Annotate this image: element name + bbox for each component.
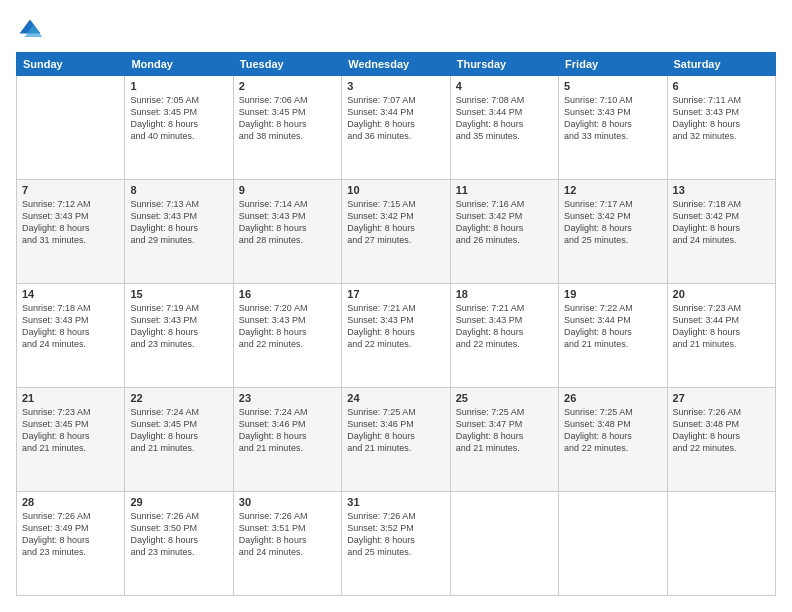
day-number: 2 bbox=[239, 80, 336, 92]
day-info: Sunrise: 7:08 AM Sunset: 3:44 PM Dayligh… bbox=[456, 94, 553, 143]
calendar-table: SundayMondayTuesdayWednesdayThursdayFrid… bbox=[16, 52, 776, 596]
day-number: 12 bbox=[564, 184, 661, 196]
day-number: 20 bbox=[673, 288, 770, 300]
calendar-cell: 27Sunrise: 7:26 AM Sunset: 3:48 PM Dayli… bbox=[667, 388, 775, 492]
day-info: Sunrise: 7:13 AM Sunset: 3:43 PM Dayligh… bbox=[130, 198, 227, 247]
calendar-cell: 6Sunrise: 7:11 AM Sunset: 3:43 PM Daylig… bbox=[667, 76, 775, 180]
day-header-tuesday: Tuesday bbox=[233, 53, 341, 76]
calendar-cell: 12Sunrise: 7:17 AM Sunset: 3:42 PM Dayli… bbox=[559, 180, 667, 284]
calendar-body: 1Sunrise: 7:05 AM Sunset: 3:45 PM Daylig… bbox=[17, 76, 776, 596]
calendar-cell bbox=[559, 492, 667, 596]
day-number: 14 bbox=[22, 288, 119, 300]
calendar-cell: 31Sunrise: 7:26 AM Sunset: 3:52 PM Dayli… bbox=[342, 492, 450, 596]
day-number: 27 bbox=[673, 392, 770, 404]
day-number: 17 bbox=[347, 288, 444, 300]
calendar-cell: 1Sunrise: 7:05 AM Sunset: 3:45 PM Daylig… bbox=[125, 76, 233, 180]
day-info: Sunrise: 7:26 AM Sunset: 3:48 PM Dayligh… bbox=[673, 406, 770, 455]
day-info: Sunrise: 7:11 AM Sunset: 3:43 PM Dayligh… bbox=[673, 94, 770, 143]
day-info: Sunrise: 7:23 AM Sunset: 3:45 PM Dayligh… bbox=[22, 406, 119, 455]
day-number: 16 bbox=[239, 288, 336, 300]
page: SundayMondayTuesdayWednesdayThursdayFrid… bbox=[0, 0, 792, 612]
day-number: 21 bbox=[22, 392, 119, 404]
day-info: Sunrise: 7:24 AM Sunset: 3:45 PM Dayligh… bbox=[130, 406, 227, 455]
day-number: 5 bbox=[564, 80, 661, 92]
day-number: 10 bbox=[347, 184, 444, 196]
day-header-thursday: Thursday bbox=[450, 53, 558, 76]
day-info: Sunrise: 7:17 AM Sunset: 3:42 PM Dayligh… bbox=[564, 198, 661, 247]
week-row-5: 28Sunrise: 7:26 AM Sunset: 3:49 PM Dayli… bbox=[17, 492, 776, 596]
calendar-cell: 4Sunrise: 7:08 AM Sunset: 3:44 PM Daylig… bbox=[450, 76, 558, 180]
calendar-cell bbox=[667, 492, 775, 596]
calendar-cell: 24Sunrise: 7:25 AM Sunset: 3:46 PM Dayli… bbox=[342, 388, 450, 492]
day-info: Sunrise: 7:12 AM Sunset: 3:43 PM Dayligh… bbox=[22, 198, 119, 247]
calendar-cell: 8Sunrise: 7:13 AM Sunset: 3:43 PM Daylig… bbox=[125, 180, 233, 284]
day-info: Sunrise: 7:22 AM Sunset: 3:44 PM Dayligh… bbox=[564, 302, 661, 351]
day-info: Sunrise: 7:14 AM Sunset: 3:43 PM Dayligh… bbox=[239, 198, 336, 247]
calendar-cell bbox=[17, 76, 125, 180]
day-info: Sunrise: 7:26 AM Sunset: 3:51 PM Dayligh… bbox=[239, 510, 336, 559]
day-info: Sunrise: 7:07 AM Sunset: 3:44 PM Dayligh… bbox=[347, 94, 444, 143]
day-info: Sunrise: 7:05 AM Sunset: 3:45 PM Dayligh… bbox=[130, 94, 227, 143]
calendar-cell: 21Sunrise: 7:23 AM Sunset: 3:45 PM Dayli… bbox=[17, 388, 125, 492]
day-header-monday: Monday bbox=[125, 53, 233, 76]
day-number: 13 bbox=[673, 184, 770, 196]
day-number: 15 bbox=[130, 288, 227, 300]
day-info: Sunrise: 7:25 AM Sunset: 3:47 PM Dayligh… bbox=[456, 406, 553, 455]
day-info: Sunrise: 7:26 AM Sunset: 3:50 PM Dayligh… bbox=[130, 510, 227, 559]
calendar-header-row: SundayMondayTuesdayWednesdayThursdayFrid… bbox=[17, 53, 776, 76]
day-info: Sunrise: 7:19 AM Sunset: 3:43 PM Dayligh… bbox=[130, 302, 227, 351]
day-header-wednesday: Wednesday bbox=[342, 53, 450, 76]
day-number: 6 bbox=[673, 80, 770, 92]
calendar-cell: 16Sunrise: 7:20 AM Sunset: 3:43 PM Dayli… bbox=[233, 284, 341, 388]
day-header-saturday: Saturday bbox=[667, 53, 775, 76]
day-info: Sunrise: 7:06 AM Sunset: 3:45 PM Dayligh… bbox=[239, 94, 336, 143]
calendar-cell: 15Sunrise: 7:19 AM Sunset: 3:43 PM Dayli… bbox=[125, 284, 233, 388]
day-info: Sunrise: 7:25 AM Sunset: 3:46 PM Dayligh… bbox=[347, 406, 444, 455]
day-info: Sunrise: 7:26 AM Sunset: 3:52 PM Dayligh… bbox=[347, 510, 444, 559]
day-number: 29 bbox=[130, 496, 227, 508]
header bbox=[16, 16, 776, 44]
day-number: 24 bbox=[347, 392, 444, 404]
calendar-cell: 26Sunrise: 7:25 AM Sunset: 3:48 PM Dayli… bbox=[559, 388, 667, 492]
day-number: 7 bbox=[22, 184, 119, 196]
calendar-cell: 20Sunrise: 7:23 AM Sunset: 3:44 PM Dayli… bbox=[667, 284, 775, 388]
day-info: Sunrise: 7:26 AM Sunset: 3:49 PM Dayligh… bbox=[22, 510, 119, 559]
day-number: 19 bbox=[564, 288, 661, 300]
day-number: 11 bbox=[456, 184, 553, 196]
day-info: Sunrise: 7:25 AM Sunset: 3:48 PM Dayligh… bbox=[564, 406, 661, 455]
calendar-cell: 30Sunrise: 7:26 AM Sunset: 3:51 PM Dayli… bbox=[233, 492, 341, 596]
day-number: 28 bbox=[22, 496, 119, 508]
week-row-2: 7Sunrise: 7:12 AM Sunset: 3:43 PM Daylig… bbox=[17, 180, 776, 284]
calendar-cell: 19Sunrise: 7:22 AM Sunset: 3:44 PM Dayli… bbox=[559, 284, 667, 388]
day-number: 31 bbox=[347, 496, 444, 508]
calendar-cell: 10Sunrise: 7:15 AM Sunset: 3:42 PM Dayli… bbox=[342, 180, 450, 284]
day-info: Sunrise: 7:21 AM Sunset: 3:43 PM Dayligh… bbox=[347, 302, 444, 351]
calendar-cell: 28Sunrise: 7:26 AM Sunset: 3:49 PM Dayli… bbox=[17, 492, 125, 596]
calendar-cell: 5Sunrise: 7:10 AM Sunset: 3:43 PM Daylig… bbox=[559, 76, 667, 180]
day-number: 25 bbox=[456, 392, 553, 404]
calendar-cell: 13Sunrise: 7:18 AM Sunset: 3:42 PM Dayli… bbox=[667, 180, 775, 284]
logo bbox=[16, 16, 48, 44]
day-number: 8 bbox=[130, 184, 227, 196]
day-header-sunday: Sunday bbox=[17, 53, 125, 76]
logo-icon bbox=[16, 16, 44, 44]
day-number: 26 bbox=[564, 392, 661, 404]
calendar-cell: 9Sunrise: 7:14 AM Sunset: 3:43 PM Daylig… bbox=[233, 180, 341, 284]
day-number: 4 bbox=[456, 80, 553, 92]
calendar-cell: 18Sunrise: 7:21 AM Sunset: 3:43 PM Dayli… bbox=[450, 284, 558, 388]
day-info: Sunrise: 7:10 AM Sunset: 3:43 PM Dayligh… bbox=[564, 94, 661, 143]
day-number: 30 bbox=[239, 496, 336, 508]
day-info: Sunrise: 7:18 AM Sunset: 3:43 PM Dayligh… bbox=[22, 302, 119, 351]
calendar-cell bbox=[450, 492, 558, 596]
day-info: Sunrise: 7:21 AM Sunset: 3:43 PM Dayligh… bbox=[456, 302, 553, 351]
day-number: 1 bbox=[130, 80, 227, 92]
calendar-cell: 25Sunrise: 7:25 AM Sunset: 3:47 PM Dayli… bbox=[450, 388, 558, 492]
day-info: Sunrise: 7:16 AM Sunset: 3:42 PM Dayligh… bbox=[456, 198, 553, 247]
calendar-cell: 14Sunrise: 7:18 AM Sunset: 3:43 PM Dayli… bbox=[17, 284, 125, 388]
calendar-cell: 29Sunrise: 7:26 AM Sunset: 3:50 PM Dayli… bbox=[125, 492, 233, 596]
calendar-cell: 23Sunrise: 7:24 AM Sunset: 3:46 PM Dayli… bbox=[233, 388, 341, 492]
day-info: Sunrise: 7:24 AM Sunset: 3:46 PM Dayligh… bbox=[239, 406, 336, 455]
week-row-4: 21Sunrise: 7:23 AM Sunset: 3:45 PM Dayli… bbox=[17, 388, 776, 492]
day-number: 3 bbox=[347, 80, 444, 92]
day-header-friday: Friday bbox=[559, 53, 667, 76]
